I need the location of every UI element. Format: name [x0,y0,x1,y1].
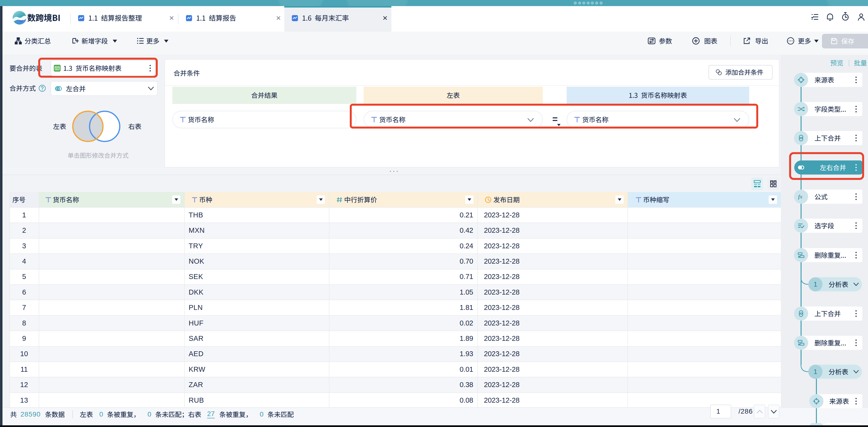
svg-text:fx: fx [798,194,803,200]
